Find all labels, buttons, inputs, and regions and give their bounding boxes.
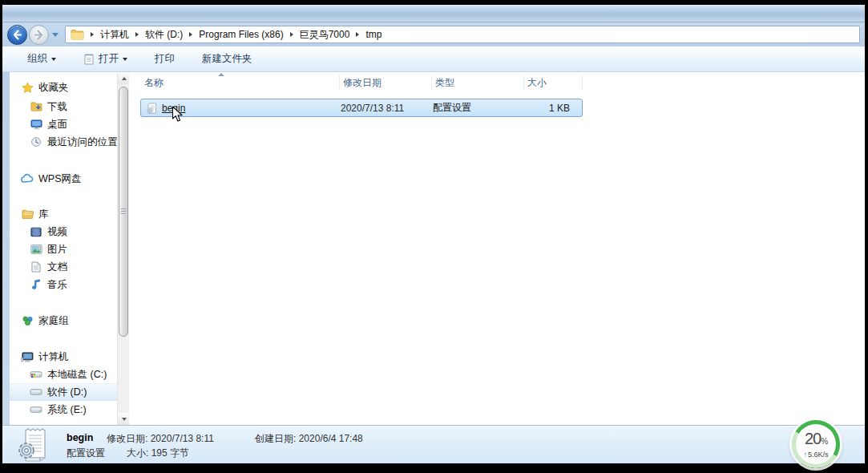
sidebar-group-computer[interactable]: 计算机 <box>10 348 117 366</box>
sidebar-item-recent-places[interactable]: 最近访问的位置 <box>10 133 117 151</box>
upload-arrow-icon: ↑ <box>803 451 807 459</box>
drive-c-icon <box>30 368 42 381</box>
sidebar-label: 桌面 <box>47 118 67 131</box>
downloads-folder-icon <box>30 100 42 113</box>
homegroup-icon <box>21 314 34 327</box>
window-left-frame <box>2 72 10 425</box>
sidebar-label: 系统 (E:) <box>47 403 87 417</box>
sidebar-group-favorites[interactable]: 收藏夹 <box>10 79 117 96</box>
explorer-window: 计算机 软件 (D:) Program Files (x86) 巨灵鸟7000 … <box>2 5 865 463</box>
sidebar-label: 文档 <box>47 261 67 274</box>
breadcrumb-separator-icon <box>356 32 359 37</box>
sidebar-label: WPS网盘 <box>38 172 81 186</box>
music-note-icon <box>30 278 42 291</box>
organize-button[interactable]: 组织 <box>22 49 61 69</box>
chevron-down-icon <box>123 58 127 61</box>
file-modified-date: 2020/7/13 8:11 <box>337 103 430 114</box>
file-list: 名称 修改日期 类型 大小 begin 2020/7/13 8:11 配置设置 … <box>129 72 865 425</box>
sidebar-label: 计算机 <box>38 350 69 364</box>
recent-pages-dropdown-icon[interactable] <box>52 33 59 37</box>
drive-d-icon <box>30 386 42 398</box>
video-frame: 计算机 软件 (D:) Program Files (x86) 巨灵鸟7000 … <box>0 0 868 473</box>
navigation-pane: 收藏夹 下载 桌面 最 <box>10 72 117 425</box>
breadcrumb-separator-icon <box>135 32 139 37</box>
sidebar-group-libraries[interactable]: 库 <box>10 205 117 223</box>
breadcrumb-separator-icon <box>91 32 94 37</box>
address-bar[interactable]: 计算机 软件 (D:) Program Files (x86) 巨灵鸟7000 … <box>65 26 860 43</box>
thumb-grip-icon <box>121 208 126 216</box>
picture-icon <box>30 243 42 256</box>
column-header-size[interactable]: 大小 <box>524 75 583 90</box>
details-file-type: 配置设置 <box>67 447 105 460</box>
file-size: 1 KB <box>522 103 575 114</box>
command-toolbar: 组织 打开 打印 新建文件夹 <box>2 46 865 72</box>
sidebar-label: 视频 <box>47 225 67 239</box>
recent-places-icon <box>30 135 42 148</box>
details-size: 大小: 195 字节 <box>127 447 189 460</box>
triangle-up-icon <box>122 77 127 80</box>
file-row-begin[interactable]: begin 2020/7/13 8:11 配置设置 1 KB <box>140 99 583 117</box>
organize-label: 组织 <box>27 52 47 66</box>
sidebar-item-music[interactable]: 音乐 <box>10 276 117 293</box>
sidebar-item-drive-c[interactable]: 本地磁盘 (C:) <box>10 366 117 383</box>
sort-ascending-indicator-icon <box>218 73 224 76</box>
star-icon <box>21 81 34 94</box>
sidebar-label: 最近访问的位置 <box>47 135 117 149</box>
sidebar-label: 图片 <box>47 243 67 257</box>
breadcrumb-drive-d[interactable]: 软件 (D:) <box>145 28 183 42</box>
details-pane: begin 修改日期: 2020/7/13 8:11 创建日期: 2020/6/… <box>2 425 865 463</box>
forward-arrow-icon <box>34 30 44 40</box>
titlebar[interactable] <box>2 5 865 22</box>
triangle-down-icon <box>122 418 127 421</box>
print-label: 打印 <box>155 52 175 66</box>
scrollbar-thumb[interactable] <box>119 87 128 337</box>
column-header-type[interactable]: 类型 <box>432 75 524 90</box>
column-header-name[interactable]: 名称 <box>141 75 340 90</box>
details-modified: 修改日期: 2020/7/13 8:11 <box>107 432 214 446</box>
sidebar-item-desktop[interactable]: 桌面 <box>10 115 117 133</box>
sidebar-item-videos[interactable]: 视频 <box>10 223 117 241</box>
video-icon <box>30 225 42 238</box>
sidebar-item-drive-e[interactable]: 系统 (E:) <box>10 401 117 418</box>
config-file-large-icon <box>16 427 55 465</box>
back-button[interactable] <box>7 25 27 45</box>
chevron-down-icon <box>51 58 56 61</box>
sidebar-scrollbar[interactable] <box>117 72 129 425</box>
details-file-name: begin <box>67 432 93 443</box>
breadcrumb-program-files[interactable]: Program Files (x86) <box>199 29 283 40</box>
print-button[interactable]: 打印 <box>150 49 180 69</box>
document-icon <box>30 261 42 273</box>
sidebar-group-homegroup[interactable]: 家庭组 <box>10 312 117 329</box>
open-button[interactable]: 打开 <box>79 49 132 69</box>
column-headers: 名称 修改日期 类型 大小 <box>129 72 865 93</box>
sidebar-label: 软件 (D:) <box>47 386 87 399</box>
new-folder-button[interactable]: 新建文件夹 <box>197 49 257 69</box>
config-file-icon <box>147 103 158 114</box>
sidebar-group-wps-cloud[interactable]: WPS网盘 <box>10 170 117 188</box>
sidebar-item-pictures[interactable]: 图片 <box>10 241 117 258</box>
breadcrumb-separator-icon <box>290 32 293 37</box>
sidebar-label: 音乐 <box>47 278 67 292</box>
breadcrumb-app-folder[interactable]: 巨灵鸟7000 <box>300 28 350 42</box>
scroll-down-button[interactable] <box>118 413 130 425</box>
forward-button[interactable] <box>29 25 49 45</box>
sidebar-item-downloads[interactable]: 下载 <box>10 98 117 115</box>
scroll-up-button[interactable] <box>118 72 130 84</box>
network-speed-badge[interactable]: 20% ↑5.6K/s <box>792 420 840 468</box>
nav-buttons <box>7 25 59 45</box>
breadcrumb-computer[interactable]: 计算机 <box>100 28 129 42</box>
notepad-icon <box>83 53 95 65</box>
column-header-modified[interactable]: 修改日期 <box>340 75 432 90</box>
open-label: 打开 <box>99 52 119 66</box>
breadcrumb-separator-icon <box>189 32 192 37</box>
breadcrumb-tmp[interactable]: tmp <box>365 29 382 40</box>
new-folder-label: 新建文件夹 <box>202 52 252 66</box>
library-folder-icon <box>21 208 34 220</box>
badge-percent-sign: % <box>821 437 827 446</box>
sidebar-item-drive-d[interactable]: 软件 (D:) <box>10 383 117 401</box>
sidebar-item-documents[interactable]: 文档 <box>10 258 117 276</box>
sidebar-label: 家庭组 <box>38 314 69 328</box>
badge-content: 20% ↑5.6K/s <box>796 424 836 464</box>
computer-icon <box>21 350 34 363</box>
details-created: 创建日期: 2020/6/4 17:48 <box>255 432 363 446</box>
